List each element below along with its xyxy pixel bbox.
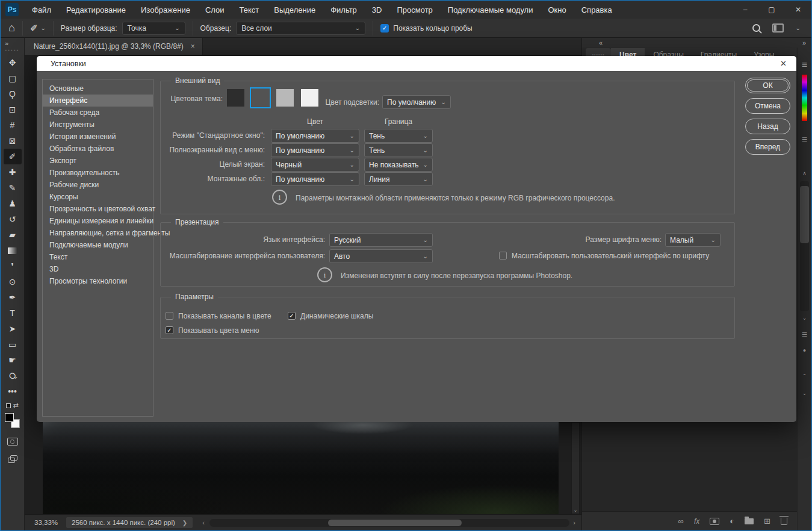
pref-item-history-log[interactable]: История изменений [43, 131, 153, 143]
eraser-tool[interactable]: ▰ [4, 227, 22, 243]
home-icon[interactable]: ⌂ [8, 22, 15, 34]
chevron-down-icon[interactable]: ⌄ [796, 25, 801, 31]
status-menu-arrow-icon[interactable]: ❯ [182, 520, 187, 526]
sample-size-dropdown[interactable]: Точка ⌄ [122, 22, 185, 35]
show-menu-colors-checkbox[interactable]: ✓ [166, 326, 173, 334]
fullscreen-color-dropdown[interactable]: Черный⌄ [271, 158, 359, 172]
eyedropper-tool-preset[interactable]: ✐ ⌄ [30, 23, 46, 34]
show-sampling-ring-checkbox[interactable]: ✓ [380, 24, 389, 33]
dialog-close-icon[interactable]: ✕ [780, 59, 787, 68]
zoom-tool[interactable]: Q [4, 368, 22, 384]
type-tool[interactable]: T [4, 305, 22, 321]
pref-item-cursors[interactable]: Курсоры [43, 191, 153, 203]
pref-item-3d[interactable]: 3D [43, 263, 153, 275]
theme-swatch-dark-selected[interactable] [252, 89, 269, 107]
artboards-border-dropdown[interactable]: Линия⌄ [364, 172, 433, 186]
fullscreen-border-dropdown[interactable]: Не показывать⌄ [364, 158, 433, 172]
pref-item-type[interactable]: Текст [43, 251, 153, 263]
theme-swatch-darkest[interactable] [227, 89, 244, 107]
ok-button[interactable]: ОК [745, 78, 790, 93]
new-layer-icon[interactable]: ⊞ [764, 517, 770, 526]
vertical-scrollbar[interactable]: ⌄ [571, 422, 580, 514]
theme-swatch-light[interactable] [276, 89, 294, 107]
sample-dropdown[interactable]: Все слои ⌄ [236, 22, 365, 35]
menu-window[interactable]: Окно [548, 5, 566, 14]
workspace-switcher-icon[interactable] [772, 23, 784, 33]
path-selection-tool[interactable]: ➤ [4, 321, 22, 337]
pref-item-general[interactable]: Основные [43, 82, 153, 95]
menu-image[interactable]: Изображение [141, 5, 190, 14]
hand-tool[interactable]: ☛ [4, 352, 22, 368]
lasso-tool[interactable]: Ϙ [4, 86, 22, 102]
menu-layers[interactable]: Слои [205, 5, 225, 14]
scroll-down-icon[interactable]: ⌄ [572, 507, 579, 513]
screen-mode-button[interactable] [8, 455, 17, 463]
pref-item-plugins[interactable]: Подключаемые модули [43, 239, 153, 251]
panel-menu-icon[interactable]: ≡ [798, 134, 811, 145]
panel-menu-icon[interactable]: ≡ [798, 329, 811, 340]
scroll-up-icon[interactable]: ∧ [798, 170, 811, 176]
show-channels-in-color-checkbox[interactable] [166, 312, 173, 320]
artboards-color-dropdown[interactable]: По умолчанию⌄ [271, 172, 359, 186]
scale-ui-to-font-checkbox[interactable] [499, 252, 507, 259]
scroll-down-icon[interactable]: ⌄ [798, 315, 811, 321]
new-group-icon[interactable] [745, 518, 754, 524]
pref-item-tools[interactable]: Инструменты [43, 119, 153, 131]
pref-item-technology-previews[interactable]: Просмотры технологии [43, 275, 153, 287]
ui-scaling-dropdown[interactable]: Авто⌄ [329, 249, 433, 263]
search-icon[interactable] [752, 24, 760, 32]
add-layer-mask-icon[interactable] [710, 518, 719, 525]
link-layers-icon[interactable]: ∞ [678, 517, 684, 526]
delete-layer-icon[interactable] [781, 518, 787, 525]
menu-filter[interactable]: Фильтр [330, 5, 357, 14]
pref-item-transparency-gamut[interactable]: Прозрачность и цветовой охват [43, 203, 153, 215]
layer-dot-icon[interactable]: ● [798, 347, 811, 353]
move-tool[interactable]: ✥ [4, 55, 22, 70]
fullscreen-menu-border-dropdown[interactable]: Тень⌄ [364, 143, 433, 157]
standard-screen-color-dropdown[interactable]: По умолчанию⌄ [271, 129, 359, 143]
document-tab[interactable]: Nature_2560x1440(11).jpg @ 33,3% (RGB/8#… [25, 38, 203, 55]
pref-item-units-rulers[interactable]: Единицы измерения и линейки [43, 215, 153, 227]
menu-select[interactable]: Выделение [274, 5, 315, 14]
pref-item-guides-grid-slices[interactable]: Направляющие, сетка и фрагменты [43, 227, 153, 239]
clone-stamp-tool[interactable]: ♟ [4, 196, 22, 211]
quick-mask-button[interactable] [7, 438, 18, 446]
close-tab-icon[interactable]: × [191, 42, 195, 51]
dynamic-color-sliders-checkbox[interactable]: ✓ [288, 312, 296, 320]
zoom-level-field[interactable]: 33,33% [34, 519, 58, 526]
toolbar-grip[interactable]: ▪▪▪▪▪ [5, 48, 19, 53]
expand-toolbar-icon[interactable]: » [5, 40, 8, 47]
layer-style-icon[interactable]: fx [694, 517, 699, 526]
scroll-right-icon[interactable]: › [573, 519, 575, 526]
foreground-background-colors[interactable] [5, 413, 20, 428]
rectangle-tool[interactable]: ▭ [4, 337, 22, 352]
cancel-button[interactable]: Отмена [745, 98, 790, 114]
panel-menu-icon[interactable]: ≡ [798, 60, 811, 70]
maximize-button[interactable]: ▢ [758, 1, 785, 19]
menu-3d[interactable]: 3D [372, 5, 382, 14]
pref-item-file-handling[interactable]: Обработка файлов [43, 143, 153, 155]
expand-panels-icon[interactable]: » [802, 39, 806, 46]
panel-scrollbar-thumb[interactable] [800, 186, 809, 243]
minimize-button[interactable]: – [732, 1, 758, 19]
pref-item-interface[interactable]: Интерфейс [43, 95, 153, 107]
pref-item-export[interactable]: Экспорт [43, 155, 153, 167]
menu-edit[interactable]: Редактирование [66, 5, 126, 14]
document-info[interactable]: 2560 пикс. x 1440 пикс. (240 ppi) ❯ [66, 517, 193, 528]
rectangular-marquee-tool[interactable]: ▢ [4, 70, 22, 86]
frame-tool[interactable]: ⊠ [4, 133, 22, 149]
object-selection-tool[interactable]: ⊡ [4, 102, 22, 117]
next-button[interactable]: Вперед [745, 139, 790, 155]
document-image[interactable] [43, 422, 559, 516]
dodge-tool[interactable]: ⊙ [4, 274, 22, 290]
hue-slider[interactable] [802, 75, 807, 121]
blur-tool[interactable]: ❜ [4, 258, 22, 274]
pen-tool[interactable]: ✒ [4, 290, 22, 305]
menu-plugins[interactable]: Подключаемые модули [448, 5, 533, 14]
chevron-down-icon[interactable]: ⌄ [798, 390, 811, 396]
healing-brush-tool[interactable]: ✚ [4, 164, 22, 180]
eyedropper-tool[interactable]: ✐ [4, 149, 22, 164]
default-swap-colors[interactable]: ⇄ [6, 402, 18, 409]
foreground-color-swatch[interactable] [5, 413, 14, 422]
highlight-color-dropdown[interactable]: По умолчанию ⌄ [382, 95, 451, 109]
